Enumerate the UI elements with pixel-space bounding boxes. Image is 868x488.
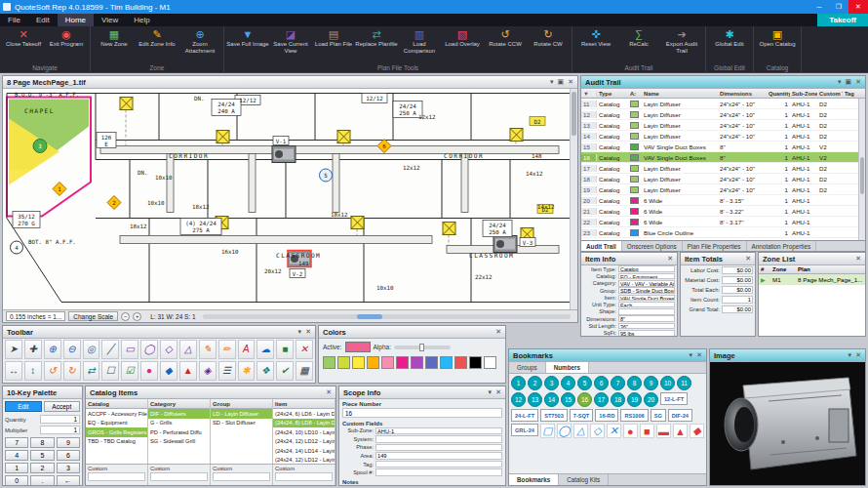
keypad-key[interactable]: 4 [5,450,28,461]
grid-bubble[interactable]: 4 [11,241,23,254]
info-field-value[interactable]: 95 lbs [618,330,675,337]
panel-menu-icon[interactable]: ▾ [690,351,693,359]
bookmark-chip-button[interactable]: RS1006 [620,409,648,422]
column-header-tag[interactable]: Tag [843,91,858,97]
bookmark-chip-button[interactable]: ST7503 [540,409,568,422]
panel-menu-icon[interactable]: ▾ [298,328,302,336]
zone-column-plan[interactable]: Plan [798,266,865,272]
zone-row[interactable]: ▶ M1 8 Page Mech_Page_1... [759,274,865,285]
info-field-value[interactable]: EQ - Equipment [618,273,675,280]
audit-row[interactable]: 16 Catalog VAV Single Duct Boxes 8" 1 AH… [581,152,865,163]
active-color-swatch[interactable] [345,342,371,352]
canvas-vertical-scrollbar[interactable] [570,89,577,309]
keypad-key[interactable]: . [30,475,54,486]
palette-swatch[interactable] [367,356,379,369]
zoom-out-tool-icon[interactable]: ⊖ [63,340,81,359]
ribbon-button[interactable]: ✱ Global Edit [708,27,751,63]
scope-field-value[interactable]: 149 [375,452,502,460]
panel-close-icon[interactable]: ✕ [326,388,332,396]
panel-close-icon[interactable]: ✕ [745,255,751,263]
category-list-item[interactable]: G - Grills [148,419,210,428]
diamond-filled-icon[interactable]: ◆ [690,424,704,438]
info-field-value[interactable]: Catalog [618,265,675,272]
panel-menu-icon[interactable]: ▾ [489,388,493,396]
panel-close-icon[interactable]: ✕ [495,328,501,336]
ornament-tool-icon[interactable]: ❖ [256,361,274,381]
column-header-type[interactable]: Type [597,91,628,97]
change-scale-button[interactable]: Change Scale [68,311,118,321]
bookmark-number-button[interactable]: 2 [528,376,542,390]
triangle-marker-tool-icon[interactable]: ▲ [179,361,197,381]
diffuser-marker[interactable] [510,129,523,142]
keypad-key[interactable]: 8 [30,437,54,448]
triangle-filled-icon[interactable]: ▲ [673,424,688,438]
ribbon-button[interactable]: ↺ Rotate CCW [484,27,527,63]
category-list-item[interactable]: DIF - Diffusers [148,409,210,419]
catalog-list-item[interactable]: EQ - Equipment [86,419,147,428]
diffuser-marker[interactable] [120,98,133,110]
bookmark-number-button[interactable]: 8 [627,376,642,390]
group-list-item[interactable]: LD - Layin Diffuser [211,409,272,419]
delete-tool-icon[interactable]: ✕ [296,340,313,359]
grid-bubble-blue[interactable]: 5 [320,169,333,182]
ribbon-button[interactable]: ✜ Reset View [574,27,617,63]
menu-item[interactable]: Home [58,14,94,26]
bookmark-number-button[interactable]: 6 [594,376,609,390]
text-tool-icon[interactable]: A [238,340,256,359]
palette-swatch[interactable] [396,356,409,369]
palette-swatch[interactable] [454,356,467,369]
palette-swatch[interactable] [352,356,365,369]
audit-row[interactable]: 17 Catalog Layin Diffuser 24"x24" - 10" … [581,163,865,174]
rect-filled-icon[interactable]: ▬ [656,424,671,438]
diamond-outline-icon[interactable]: ◇ [590,424,605,438]
palette-swatch[interactable] [381,356,394,369]
item-list-item[interactable]: (24x24, 14) LD14 - Layin Di [273,446,335,456]
item-column-header[interactable]: Item [273,399,335,409]
menu-item[interactable]: File [0,14,28,26]
bookmark-chip-button[interactable]: 16-RD [595,409,618,422]
palette-swatch[interactable] [440,356,453,369]
rotate-cw-tool-icon[interactable]: ↻ [63,361,81,381]
bookmark-number-button[interactable]: 10 [660,376,675,390]
keypad-key[interactable]: ← [57,475,80,486]
column-header-quantity[interactable]: Quantity [767,91,790,97]
ribbon-button[interactable]: ⇄ Replace Planfile [355,27,398,63]
marker-tool-icon[interactable]: ✏ [218,340,236,359]
bookmarks-bottom-tab[interactable]: Bookmarks [509,474,559,485]
diffuser-marker[interactable] [443,223,455,235]
palette-swatch[interactable] [323,356,335,369]
item-list-item[interactable]: (24x24, 6) LD6 - Layin Diffus [273,409,335,419]
x-mark-icon[interactable]: ✕ [607,424,621,438]
bookmark-number-button[interactable]: 18 [611,392,625,407]
audit-row[interactable]: 12 Catalog Layin Diffuser 24"x24" - 10" … [581,109,865,120]
palette-swatch[interactable] [484,356,496,369]
checkbox-tool-icon[interactable]: ☐ [101,361,119,381]
zoom-fit-tool-icon[interactable]: ◎ [83,340,100,359]
palette-swatch[interactable] [411,356,423,369]
audit-tab[interactable]: Onscreen Options [622,241,683,251]
line-tool-icon[interactable]: ╱ [101,340,119,359]
ribbon-button[interactable]: ✎ Edit Zone Info [136,27,178,63]
bookmark-number-button[interactable]: 7 [611,376,625,390]
column-header-annotation[interactable]: A: [628,91,642,97]
filter-icon[interactable]: ▼ [581,91,597,97]
grid-bubble-green[interactable]: 3 [33,140,47,153]
canvas-horizontal-scrollbar[interactable] [203,314,571,319]
item-list-item[interactable]: (24x24, 12) LD12 - Layin Di [273,437,335,447]
zone-column-num[interactable]: # [759,266,772,272]
keypad-key[interactable]: 3 [57,463,80,473]
panel-close-icon[interactable]: ✕ [696,351,702,359]
fill-tool-icon[interactable]: ■ [276,340,294,359]
custom-input[interactable] [150,472,208,481]
info-field-value[interactable]: VAV Single Duct Boxes [618,295,675,302]
catalog-list-item[interactable]: ACCPF - Accessory File [86,409,147,419]
diffuser-marker[interactable] [351,217,364,229]
panel-close-icon[interactable]: ✕ [495,388,501,396]
diffuser-marker[interactable] [337,131,350,143]
keypad-key[interactable]: 7 [5,437,28,448]
cloud-tool-icon[interactable]: ☁ [256,340,274,359]
dimension-tool-icon[interactable]: ↕ [24,361,42,381]
bookmark-number-button[interactable]: 20 [644,392,658,407]
info-field-value[interactable]: 36" [618,323,675,330]
keypad-key[interactable]: 0 [5,475,28,486]
